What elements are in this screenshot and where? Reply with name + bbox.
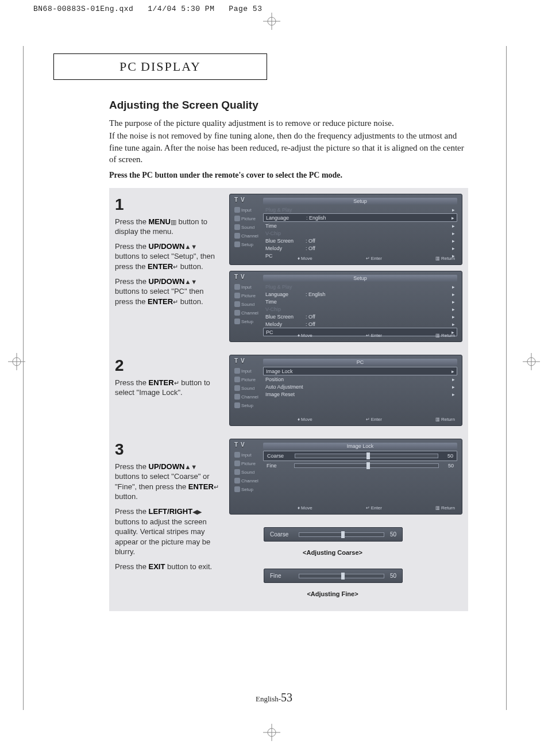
picture-icon (234, 293, 240, 298)
side-channel: Channel (233, 393, 260, 401)
setup-icon (234, 318, 240, 324)
row-position: Position▸ (263, 375, 457, 383)
slider-track (294, 463, 439, 468)
slider-thumb (341, 531, 345, 538)
osd-panel-title: Image Lock (263, 443, 457, 450)
registration-mark-right (523, 353, 540, 373)
side-channel: Channel (233, 309, 260, 317)
input-icon (234, 284, 240, 290)
osd-tv-label: T V (234, 197, 245, 203)
foot-enter: ↵ Enter (366, 505, 382, 511)
side-channel: Channel (233, 232, 260, 240)
step-2: 2 Press the ENTER↵ button to select "Ima… (115, 355, 462, 426)
page-num: 53 (281, 691, 292, 704)
caption-coarse: <Adjusting Coarse> (264, 549, 402, 556)
updown-icon: ▲▼ (184, 243, 197, 250)
osd-setup-a: T V Input Picture Sound Channel Setup Se… (229, 194, 462, 265)
side-setup: Setup (233, 485, 260, 493)
step-2-number: 2 (115, 355, 221, 377)
sound-icon (234, 469, 240, 475)
row-imagelock: Image Lock▸ (263, 367, 457, 375)
foot-move: ♦ Move (298, 505, 312, 511)
registration-mark-bottom (263, 724, 280, 743)
intro-line-2: If the noise is not removed by fine tuni… (109, 130, 468, 165)
step-3-p3: Press the EXIT button to exit. (115, 562, 221, 572)
osd-sidebar: Input Picture Sound Channel Setup (233, 451, 260, 512)
channel-icon (234, 478, 240, 483)
updown-icon: ▲▼ (184, 463, 197, 470)
foot-enter: ↵ Enter (366, 333, 382, 338)
foot-move: ♦ Move (298, 417, 312, 422)
osd-footer: ♦ Move ↵ Enter ▥ Return (298, 333, 455, 338)
side-input: Input (233, 451, 260, 459)
caption-fine: <Adjusting Fine> (264, 590, 402, 597)
row-auto: Auto Adjustment▸ (263, 383, 457, 390)
step-3-p1: Press the UP/DOWN▲▼ buttons to select "C… (115, 462, 221, 502)
side-input: Input (233, 367, 260, 375)
row-bluescreen: Blue Screen: Off▸ (263, 313, 457, 320)
setup-icon (234, 241, 240, 247)
row-melody: Melody: Off▸ (263, 244, 457, 252)
slider-track (295, 454, 438, 458)
picture-icon (234, 460, 240, 466)
file-header: BN68-00883S-01Eng.qxd 1/4/04 5:30 PM Pag… (33, 5, 262, 13)
filename: BN68-00883S-01Eng.qxd (33, 5, 133, 13)
enter-icon: ↵ (173, 298, 178, 305)
foot-return: ▥ Return (435, 333, 455, 338)
side-input: Input (233, 206, 260, 214)
row-time: Time▸ (263, 222, 457, 229)
side-picture: Picture (233, 214, 260, 222)
file-date: 1/4/04 5:30 PM (148, 5, 214, 13)
side-channel: Channel (233, 477, 260, 485)
foot-return: ▥ Return (435, 505, 455, 511)
intro-text: The purpose of the picture quality adjus… (109, 117, 468, 165)
page-lang: English- (256, 694, 281, 703)
file-pageinfo: Page 53 (229, 5, 262, 13)
osd-footer: ♦ Move ↵ Enter ▥ Return (298, 417, 455, 422)
osd-tv-label: T V (234, 442, 245, 448)
side-sound: Sound (233, 223, 260, 231)
osd-panel-title: Setup (263, 275, 457, 282)
chapter-display: DISPLAY (141, 59, 201, 74)
input-icon (234, 207, 240, 213)
side-setup: Setup (233, 317, 260, 325)
enter-icon: ↵ (174, 379, 179, 386)
page-number: English-53 (0, 691, 548, 704)
channel-icon (234, 310, 240, 316)
setup-icon (234, 486, 240, 492)
slider-thumb (366, 452, 370, 459)
input-icon (234, 452, 240, 458)
picture-icon (234, 216, 240, 221)
osd-footer: ♦ Move ↵ Enter ▥ Return (298, 256, 455, 261)
mini-fine: Fine 50 (264, 569, 403, 583)
slider-coarse: Coarse 50 (263, 451, 457, 461)
osd-main: Setup Plug & Play▸ Language: English▸ Ti… (263, 206, 457, 262)
osd-main: PC Image Lock▸ Position▸ Auto Adjustment… (263, 367, 457, 423)
step-1: 1 Press the MENU▥ button to display the … (115, 194, 462, 342)
slider-thumb (341, 573, 345, 580)
osd-imagelock: T V Input Picture Sound Channel Setup Im… (229, 439, 462, 515)
osd-sidebar: Input Picture Sound Channel Setup (233, 206, 260, 262)
trim-line-left (23, 46, 24, 710)
foot-move: ♦ Move (298, 333, 312, 338)
trim-line-right (506, 46, 507, 710)
row-plugplay: Plug & Play▸ (263, 206, 457, 213)
osd-sidebar: Input Picture Sound Channel Setup (233, 367, 260, 423)
channel-icon (234, 394, 240, 400)
enter-icon: ↵ (173, 263, 178, 270)
row-reset: Image Reset▸ (263, 390, 457, 398)
slider-fine: Fine 50 (263, 461, 457, 470)
side-sound: Sound (233, 468, 260, 476)
row-bluescreen: Blue Screen: Off▸ (263, 237, 457, 244)
step-3-p2: Press the LEFT/RIGHT◀▶ buttons to adjust… (115, 506, 221, 557)
updown-icon: ▲▼ (184, 278, 197, 285)
step-2-p1: Press the ENTER↵ button to select "Image… (115, 378, 221, 398)
osd-main: Setup Plug & Play▸ Language: English▸ Ti… (263, 283, 457, 339)
osd-panel-title: PC (263, 359, 457, 366)
osd-tv-label: T V (234, 274, 245, 280)
side-picture: Picture (233, 375, 260, 383)
step-1-p1: Press the MENU▥ button to display the me… (115, 217, 221, 237)
row-language: Language: English▸ (263, 213, 457, 222)
leftright-icon: ◀▶ (192, 508, 202, 515)
row-vchip: V-Chip▸ (263, 229, 457, 237)
